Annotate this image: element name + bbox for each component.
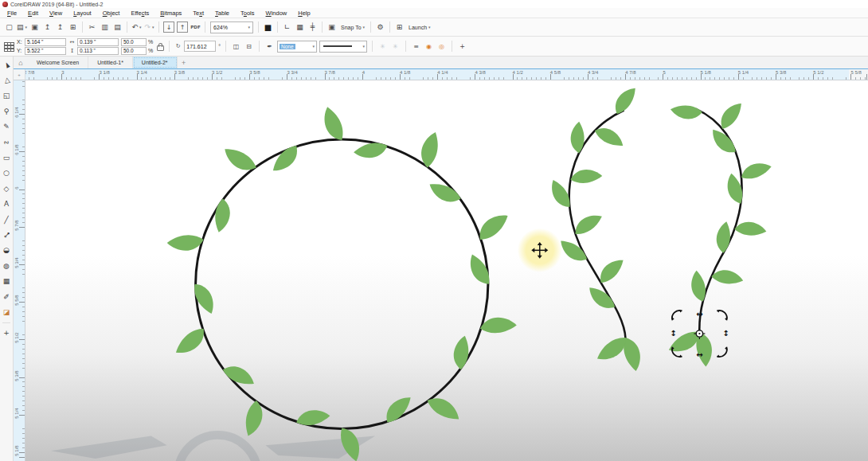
toolbox-polygon-tool[interactable]: ◇ — [1, 181, 12, 196]
separator — [259, 41, 260, 52]
toolbox-zoom-tool[interactable]: ⚲ — [1, 104, 12, 119]
toolbox-rectangle-tool[interactable]: ▭ — [1, 150, 12, 165]
show-guidelines-button[interactable]: ╪ — [307, 21, 319, 33]
toolbox-interactive-fill-tool[interactable]: ◒ — [1, 243, 12, 258]
import-button[interactable]: ↓ — [163, 21, 174, 33]
mirror-vertical-button[interactable]: ⊟ — [244, 41, 254, 52]
window-title: CorelDRAW 2019 (64-Bit) - Untitled-2 — [10, 2, 103, 7]
object-origin-selector[interactable] — [4, 42, 13, 51]
publish-pdf-icon: PDF — [190, 25, 200, 29]
ruler-origin[interactable]: + — [14, 69, 25, 80]
paste-icon: ▤ — [114, 23, 121, 31]
v-ruler-label: 5 3/4 — [14, 255, 19, 271]
export-button[interactable]: ↑ — [177, 21, 188, 33]
toolbox-crop-tool[interactable]: ◱ — [1, 88, 12, 104]
toolbox-eyedropper-tool[interactable]: ✐ — [1, 289, 12, 304]
options-gear-button[interactable]: ⚙ — [374, 21, 386, 33]
toolbar-separator — [322, 21, 323, 33]
open-button[interactable]: ▤▾ — [16, 21, 28, 33]
show-grid-button[interactable]: ▦ — [294, 21, 306, 33]
undo-button[interactable]: ↶▾ — [131, 21, 143, 33]
document-tab-untitled-1-[interactable]: Untitled-1* — [88, 57, 133, 68]
launch-app-button[interactable]: ⊞ — [393, 21, 405, 33]
scale-y-field[interactable] — [121, 47, 147, 55]
outline-width-combo[interactable]: None ▾ — [277, 41, 317, 53]
transparency-tool-icon: ◍ — [3, 262, 10, 270]
horizontal-ruler[interactable]: 2 7/833 1/83 1/43 3/83 1/23 5/83 3/43 7/… — [25, 69, 868, 80]
y-position-field[interactable] — [25, 47, 66, 55]
zoom-level-combo[interactable]: 624%▾ — [210, 21, 253, 33]
cut-button[interactable]: ✂ — [86, 21, 98, 33]
new-tab-button[interactable]: + — [178, 57, 190, 68]
toolbox-text-tool[interactable]: A — [1, 197, 12, 212]
lock-ratio-icon[interactable] — [157, 45, 164, 51]
full-screen-preview-button[interactable]: ■ — [262, 21, 274, 33]
object-width-field[interactable] — [77, 38, 119, 46]
show-rulers-button[interactable]: ∟ — [281, 21, 293, 33]
vertical-ruler[interactable]: 6 3/86 1/46 1/865 7/85 3/45 5/85 1/25 3/… — [14, 80, 25, 461]
line-style-combo[interactable]: ▾ — [319, 41, 367, 53]
print-button[interactable]: ⊞ — [67, 21, 79, 33]
snap-settings-button[interactable]: ▣ — [326, 21, 338, 33]
menu-item-effects[interactable]: Effects — [125, 10, 154, 17]
mirror-horizontal-button[interactable]: ◫ — [231, 41, 241, 52]
object-height-field[interactable] — [77, 47, 119, 55]
rotation-angle-field[interactable] — [184, 41, 216, 52]
freehand-tool-icon: ✎ — [3, 123, 10, 131]
copy-button[interactable]: ▥ — [99, 21, 111, 33]
eyedropper-tool-icon: ✐ — [3, 293, 10, 301]
toolbox-dimension-tool[interactable]: ╱ — [1, 212, 12, 227]
full-screen-preview-icon: ■ — [264, 23, 272, 32]
toolbar-separator — [258, 21, 259, 33]
menu-item-bitmaps[interactable]: Bitmaps — [154, 10, 187, 17]
scale-x-field[interactable] — [121, 38, 147, 46]
smart-fill-tool-icon: ◪ — [3, 308, 10, 316]
document-area: ⌂Welcome ScreenUntitled-1*Untitled-2*+ +… — [14, 57, 868, 461]
new-document-button[interactable]: ▢ — [3, 21, 15, 33]
share-button[interactable]: ↥ — [54, 21, 66, 33]
menu-item-file[interactable]: File — [2, 10, 22, 17]
separator — [372, 41, 373, 52]
toolbox-ellipse-tool[interactable]: ○ — [1, 166, 12, 181]
add-plugin-button[interactable]: + — [457, 41, 467, 52]
fountain-fill-icon[interactable]: ◉ — [424, 41, 434, 52]
toolbox-artistic-media-tool[interactable]: ∿ — [1, 135, 12, 150]
dimension-tool-icon: ╱ — [4, 216, 8, 224]
toolbox-shape-tool[interactable]: ▷ — [1, 72, 12, 88]
menu-item-tools[interactable]: Tools — [235, 10, 260, 17]
pattern-fill-icon[interactable]: ◎ — [436, 41, 447, 52]
toolbox-smart-fill-tool[interactable]: ◪ — [1, 304, 12, 319]
wrap-paragraph-text-button[interactable]: ≡ — [411, 41, 421, 52]
separator — [225, 41, 226, 52]
snap-to-button[interactable]: Snap To▾ — [338, 21, 367, 33]
toolbox-transparency-tool[interactable]: ◍ — [1, 258, 12, 273]
toolbox-pick-tool[interactable]: ► — [1, 57, 12, 72]
save-button[interactable]: ▣ — [29, 21, 41, 33]
menu-item-edit[interactable]: Edit — [22, 10, 44, 17]
mesh-fill-tool-icon: ▦ — [3, 277, 10, 285]
menu-item-window[interactable]: Window — [260, 10, 293, 17]
publish-pdf-button[interactable]: PDF — [190, 21, 201, 33]
toolbox-connector-tool[interactable]: ⊶ — [1, 227, 12, 242]
toolbox-freehand-tool[interactable]: ✎ — [1, 119, 12, 135]
menu-item-text[interactable]: Text — [187, 10, 209, 17]
menu-item-object[interactable]: Object — [97, 10, 126, 17]
menu-item-view[interactable]: View — [44, 10, 68, 17]
drawing-canvas[interactable]: ↔↔↕↕ — [25, 80, 868, 461]
upload-button[interactable]: ↥ — [41, 21, 53, 33]
h-ruler-label: 2 7/8 — [25, 70, 34, 75]
toolbox-mesh-fill-tool[interactable]: ▦ — [1, 273, 12, 288]
launch-button[interactable]: Launch▾ — [406, 21, 432, 33]
paste-button[interactable]: ▤ — [111, 21, 123, 33]
h-ruler-label: 3 3/4 — [287, 70, 297, 75]
x-position-field[interactable] — [25, 38, 66, 46]
toolbox-more-tools[interactable]: + — [1, 326, 12, 341]
menu-item-table[interactable]: Table — [209, 10, 235, 17]
home-icon[interactable]: ⌂ — [14, 57, 28, 68]
menu-item-layout[interactable]: Layout — [68, 10, 97, 17]
outline-pen-icon: ✒ — [264, 41, 275, 52]
document-tab-welcome-screen[interactable]: Welcome Screen — [28, 57, 88, 68]
chevron-down-icon: ▾ — [25, 25, 28, 29]
document-tab-untitled-2-[interactable]: Untitled-2* — [133, 57, 178, 68]
menu-item-help[interactable]: Help — [292, 10, 315, 17]
